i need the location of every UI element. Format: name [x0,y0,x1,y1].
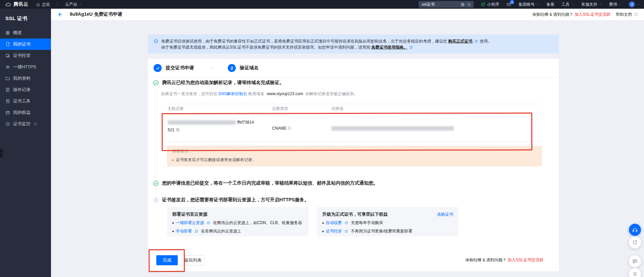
sidebar-item-one-click-https[interactable]: 一键HTTPS [0,61,51,73]
chevron-down-icon [599,3,602,6]
tencent-cloud-logo[interactable]: 腾讯云 [5,1,29,7]
one-click-deploy-link[interactable]: 一键部署云资源 [176,220,204,226]
back-to-list-button[interactable]: 返回列表 [181,255,205,265]
nav-tools[interactable]: 工具 [561,2,574,7]
chevron-down-icon [536,3,539,6]
dns-console-link[interactable]: DNS解析控制台 [218,91,247,96]
notice-title: 温馨提示： [172,148,537,154]
external-link-icon [344,229,348,233]
feedback-prefix: 体验吐槽 & 遇到问题？ [465,258,506,262]
sidebar-item-overview[interactable]: 概览 [0,27,51,39]
banner-line-1: 免费证书仅供测试使用，由于免费证书的兼容性不如正式证书，若将免费证书应用在正式项… [161,38,559,44]
bullet-square [322,231,324,232]
sidebar-title: SSL 证书 [0,9,51,27]
navbar-right: 小程序 2 集团账号 备案 工具 客服支持 费用 4 [419,1,644,8]
buy-formal-cert-link[interactable]: 购买正式证书 [448,39,472,44]
host-record-tail2: 521 [168,128,174,132]
banner-text-1: 免费证书仅供测试使用，由于免费证书的兼容性不如正式证书，若将免费证书应用在正式项… [161,39,447,44]
domain-name: www.xiyouji123.com [267,91,303,96]
global-search-box[interactable] [419,1,474,8]
nav-billing[interactable]: 费用 [609,2,622,7]
table-header: 主机记录 记录类型 记录值 [167,104,542,113]
step-2-number: 2 [228,64,236,72]
dns-record-table: 主机记录 记录类型 记录值 ffbf73814 521 [167,104,542,142]
step-3-number: 3 [153,197,159,203]
hosting-icon [5,53,10,58]
refresh-icon [632,240,638,245]
sidebar-item-operation-log[interactable]: 操作记录 [0,84,51,95]
avatar[interactable]: 4 [629,1,639,7]
check-icon [156,66,160,70]
record-type-cell: CNAME [272,113,331,141]
upgrade-panel-title: 升级为正式证书，可享受以下权益 [322,211,388,217]
sidebar-item-cert-monitor[interactable]: 证书监控 [0,118,51,130]
sidebar-item-cert-tools[interactable]: 证书工具 [0,95,51,107]
clear-search-icon[interactable] [461,2,465,7]
monitor-icon [5,122,10,126]
submitted-section: 您的申请信息已经提交，将在一个工作日内完成审核，审核结果将以短信、邮件及站内信的… [153,180,378,186]
hint-text: 如果证书一直没签发，您可前往 [161,91,217,96]
nav-messages[interactable]: 2 [506,2,512,7]
nav-group-account[interactable]: 集团账号 [519,2,539,7]
external-link-icon [409,46,413,49]
certificate-icon [5,42,10,47]
record-type-value: CNAME [272,126,286,131]
free-cert-guide-link[interactable]: 免费证书使用指南。 [371,45,408,50]
dns-check-hint: 如果证书一直没签发，您可前往 DNS解析控制台 检查域名 www.xiyouji… [161,91,358,97]
nav-overview[interactable]: 总览 [36,2,50,7]
top-navbar: 腾讯云 总览 云产品 小程序 2 集团账号 备案 [0,0,644,9]
nav-cloud-products[interactable]: 云产品 [65,2,82,7]
hint-text: 检查域名 [248,91,264,96]
sidebar: SSL 证书 概览 我的证书 证书托管 一键HTTPS 我的资料 操作记录 证书… [0,9,51,277]
copy-icon[interactable] [176,128,180,132]
sidebar-item-label: 我的权益 [13,110,31,116]
feedback-chat-button[interactable] [629,255,641,267]
nav-tools-label: 工具 [561,2,570,7]
nav-mini-program[interactable]: 小程序 [481,2,499,7]
info-icon[interactable] [287,126,291,130]
calendar-icon [5,110,10,115]
card-feedback: 体验吐槽 & 遇到问题？ 加入SSL证书交流群 [465,257,543,263]
manual-deploy-link[interactable]: 手动部署 [176,228,192,234]
back-button[interactable] [57,12,62,17]
redacted-record-value [331,126,454,131]
search-input[interactable] [421,2,459,7]
file-search-icon [5,99,10,103]
bullet-square [172,231,174,232]
bullet-square [322,222,324,224]
nav-icp-label: 备案 [546,2,554,7]
nav-support[interactable]: 客服支持 [581,2,602,7]
sidebar-item-label: 操作记录 [13,87,31,93]
refresh-button[interactable] [629,236,641,249]
headset-icon [632,227,638,233]
navbar-left: 腾讯云 总览 云产品 [0,1,82,7]
sliders-icon [5,65,10,69]
join-ssl-group-link[interactable]: 加入SSL证书交流群 [575,12,610,17]
external-link-icon [474,40,478,43]
join-ssl-group-link[interactable]: 加入SSL证书交流群 [507,258,543,262]
page-title: 8u9Ag1eU 免费证书申请 [70,11,122,17]
search-icon[interactable] [467,2,471,7]
panels-row: 部署证书至云资源 一键部署云资源 在腾讯云的云资源上，如CDN、CLB、轻量服务… [167,207,459,236]
sidebar-item-my-benefits[interactable]: 我的权益 [0,107,51,118]
nav-group-account-label: 集团账号 [519,2,535,7]
customer-service-button[interactable] [629,224,641,236]
step-2-label: 验证域名 [240,65,259,71]
dns-added-section: 腾讯云已经为您自动添加解析记录，请等待域名完成验证。 [153,80,284,86]
help-doc-link[interactable]: 帮助文档 [616,12,632,17]
external-link-icon [634,12,638,16]
done-button[interactable]: 完成 [156,255,178,265]
host-record-tail: ffbf73814 [237,120,254,125]
nav-icp[interactable]: 备案 [546,2,554,7]
cert-hosting-link[interactable]: 证书托管 [326,228,342,234]
sidebar-collapse-handle[interactable] [0,149,3,157]
auto-renew-link[interactable]: 自动续费 [326,220,342,226]
notice-item: 证书签发后才可以删除或者更改该解析记录。 [172,157,537,163]
circle-check-icon [153,181,159,186]
sidebar-item-my-certificates[interactable]: 我的证书 [0,39,51,50]
banner-text-2: 使用。 [480,39,492,44]
buy-cert-link[interactable]: 选购证书 [437,212,453,217]
sidebar-item-cert-hosting[interactable]: 证书托管 [0,50,51,61]
sidebar-item-my-profile[interactable]: 我的资料 [0,73,51,84]
deploy-section: 3 证书签发后，您还需要将证书部署到云资源上，方可开启HTTPS服务。 [153,197,309,203]
